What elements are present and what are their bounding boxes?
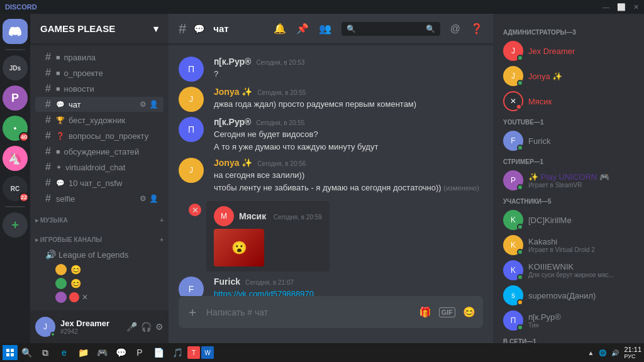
message-link[interactable]: https://vk.com/id579888970 [214, 289, 314, 296]
star-icon: ✦ [56, 163, 62, 172]
add-channel-icon[interactable]: + [160, 217, 164, 224]
voice-channel-lol[interactable]: 🔊 League of Legends 😊 😊 ✕ [35, 246, 164, 307]
channel-item-selfie[interactable]: # selfie ⚙ 👤 [35, 191, 164, 206]
message-header: ᴨ[к.Рур® Сегодня, в 20:55 [214, 117, 483, 127]
message-author: Furick [214, 277, 240, 287]
settings-icon[interactable]: ⚙ [140, 194, 147, 203]
settings-button[interactable]: ⚙ [155, 322, 164, 332]
category-gaming[interactable]: ▸ ИГРОВЫЕ КАНАЛЫ + [30, 226, 169, 246]
add-member-icon[interactable]: 👤 [149, 100, 158, 109]
server-icon-rc[interactable]: RC 22 [3, 176, 28, 201]
messages-area: П ᴨ[к.Рур® Сегодня, в 20:53 ? J Jonya ✨ … [169, 44, 493, 296]
start-button[interactable] [3, 345, 18, 360]
gift-icon[interactable]: 🎁 [419, 306, 431, 318]
channel-name: League of Legends [58, 250, 128, 260]
member-item[interactable]: J Jonya ✨ [498, 63, 639, 89]
mute-button[interactable]: 🎤 [126, 322, 137, 332]
avatar: P [503, 170, 523, 190]
close-button[interactable]: ✕ [633, 3, 639, 11]
notification-icon[interactable]: 🔔 [274, 23, 286, 35]
channel-item-best-artist[interactable]: # 🏆 бест_художник [35, 112, 164, 128]
category-music[interactable]: ▸ МУЗЫКА + [30, 207, 169, 226]
user-icon: 😊 [70, 278, 81, 288]
channel-item-o-proekte[interactable]: # ■ о_проекте [35, 65, 164, 80]
file-explorer-icon[interactable]: 📁 [74, 344, 92, 361]
add-member-icon[interactable]: 👤 [149, 194, 158, 203]
member-item[interactable]: K Kakashi Играет в Virtual Droid 2 [498, 233, 639, 258]
channel-item-pravila[interactable]: # ■ правила [35, 50, 164, 65]
chat-icon: 💬 [56, 101, 65, 109]
members-icon[interactable]: 👥 [319, 23, 331, 35]
avatar: J [179, 158, 204, 183]
app-icon-3[interactable]: 🎵 [169, 344, 186, 361]
search-input[interactable] [347, 25, 422, 33]
help-icon[interactable]: ❓ [470, 23, 483, 35]
avatar: П [179, 57, 204, 82]
browser-icon[interactable]: e [55, 344, 73, 361]
channel-name: бест_художник [69, 116, 125, 125]
emoji-icon[interactable]: 😊 [463, 306, 475, 318]
member-item[interactable]: K [DC]KirillMe [498, 207, 639, 233]
channel-name: правила [64, 53, 96, 62]
member-item[interactable]: ✕ Мясик [498, 89, 639, 114]
hash-icon: # [45, 130, 51, 141]
minimize-button[interactable]: — [602, 3, 609, 11]
channel-name: 10 чат_с_nsfw [69, 178, 122, 188]
member-item[interactable]: P ✨ Play UNICORN 🎮 Играет в SteamVR [498, 168, 639, 193]
svg-rect-2 [6, 353, 9, 356]
maximize-button[interactable]: ⬜ [617, 3, 626, 11]
channel-item-chat[interactable]: # 💬 чат ⚙ 👤 [35, 97, 164, 112]
app-icon-1[interactable]: P [131, 344, 148, 361]
discord-taskbar-icon[interactable]: 💬 [112, 344, 130, 361]
channel-item-questions[interactable]: # ❓ вопросы_по_проекту [35, 128, 164, 143]
steam-icon[interactable]: 🎮 [93, 344, 111, 361]
channel-item-novosti[interactable]: # ■ новости [35, 81, 164, 96]
channel-item-articles[interactable]: # ■ обсуждение_статей [35, 144, 164, 159]
add-server-button[interactable]: + [3, 212, 28, 238]
app-icon-2[interactable]: 📄 [150, 344, 167, 361]
input-icons: 🎁 GIF 😊 [419, 306, 475, 318]
add-channel-icon[interactable]: + [160, 236, 164, 243]
message-header: Furick Сегодня, в 21:07 [214, 277, 483, 287]
member-item[interactable]: s supernova(Данил) [498, 283, 639, 308]
message-timestamp: Сегодня, в 20:55 [256, 119, 304, 126]
channel-name: новости [64, 84, 94, 94]
member-item[interactable]: F Furick [498, 128, 639, 153]
hash-icon: # [45, 52, 51, 63]
search-taskbar-button[interactable]: 🔍 [18, 344, 35, 361]
server-icon-jds[interactable]: JDs [3, 55, 28, 80]
server-icon-unicorn[interactable]: 🦄 [3, 146, 28, 171]
pin-icon[interactable]: 📌 [296, 23, 309, 35]
server-name-bar[interactable]: GAMES PLEASE ▾ [30, 14, 169, 44]
hash-icon: # [45, 67, 51, 79]
user-bar: J Jex Dreamer #2942 🎤 🎧 ⚙ [30, 310, 169, 343]
app-icon-5[interactable]: W [201, 346, 214, 359]
server-icon-discord[interactable] [3, 19, 28, 44]
member-item[interactable]: J Jex Dreamer [498, 38, 639, 63]
avatar: K [503, 210, 523, 230]
status-dot [517, 184, 523, 190]
deafen-button[interactable]: 🎧 [141, 322, 152, 332]
server-icon-p[interactable]: P [3, 85, 28, 111]
status-dot [517, 299, 523, 305]
search-bar[interactable]: 🔍 [341, 22, 440, 36]
member-item[interactable]: K KOIIIEWNIK Для суси берут жирное мяс..… [498, 258, 639, 283]
app-icon-4[interactable]: T [187, 346, 200, 359]
settings-icon[interactable]: ⚙ [140, 100, 147, 109]
message-content: ᴨ[к.Рур® Сегодня, в 20:53 ? [214, 57, 483, 82]
channel-item-nsfw[interactable]: # 💬 10 чат_с_nsfw [35, 175, 164, 190]
message-content: ᴨ[к.Рур® Сегодня, в 20:55 Сегодня не буд… [214, 117, 483, 153]
hash-icon: # [45, 177, 51, 189]
message-author: Jonya ✨ [214, 158, 252, 168]
window-controls[interactable]: — ⬜ ✕ [602, 3, 639, 11]
message-input[interactable] [206, 300, 411, 325]
member-item[interactable]: П ᴨ[к.Рур® Тин [498, 308, 639, 333]
gif-icon[interactable]: GIF [439, 307, 455, 317]
member-name: KOIIIEWNIK [528, 262, 614, 272]
at-icon[interactable]: @ [450, 23, 460, 35]
add-file-button[interactable]: ＋ [186, 296, 199, 328]
delete-button[interactable]: ✕ [189, 204, 201, 216]
channel-item-virtualdroid[interactable]: # ✦ virtualdroid_chat [35, 160, 164, 175]
task-view-button[interactable]: ⧉ [36, 344, 54, 361]
server-icon-green[interactable]: ● 40 [3, 116, 28, 141]
